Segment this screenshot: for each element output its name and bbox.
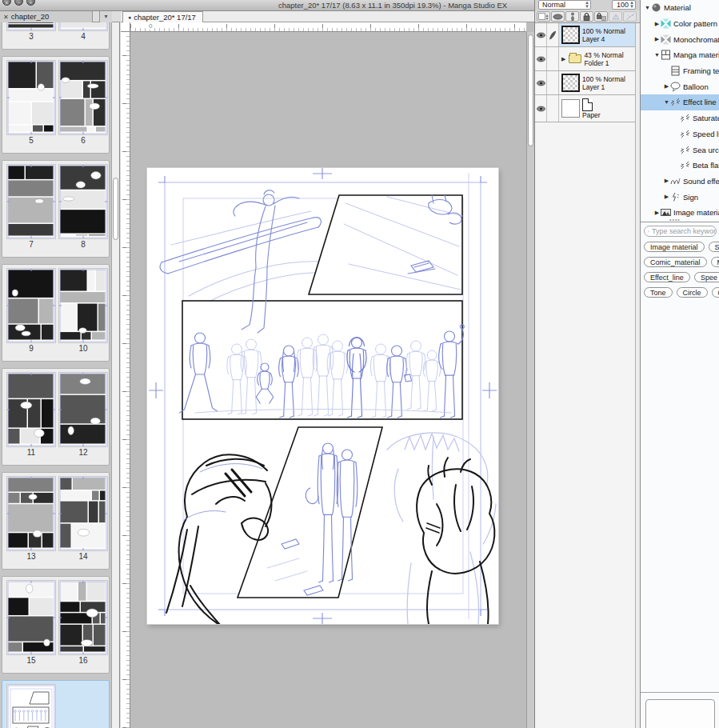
collapse-triangle-icon[interactable]: ▼ [644, 5, 651, 10]
layer-editing-pen-icon[interactable] [547, 23, 559, 46]
zoom-button[interactable]: + [26, 0, 35, 6]
lock-layer-button[interactable] [580, 11, 593, 22]
layer-thumbnail[interactable] [561, 74, 580, 92]
material-tree-item-material[interactable]: ▼Material [641, 0, 719, 16]
material-search-box[interactable] [644, 226, 717, 237]
canvas-area: ●chapter_20* 17/17 0 [121, 11, 534, 728]
material-tree-item-sign[interactable]: ▶Sign [641, 189, 719, 205]
tag-button-60[interactable]: 60 [712, 287, 719, 298]
tab-close-icon[interactable]: ✕ [3, 14, 9, 21]
document-tab[interactable]: ●chapter_20* 17/17 [122, 11, 203, 22]
page-thumbnail-6[interactable] [59, 61, 107, 134]
close-button[interactable]: ✕ [2, 0, 11, 6]
disabled-a-button[interactable] [609, 11, 622, 22]
layer-visibility-eye-icon[interactable] [535, 47, 547, 70]
page-thumbnail-16[interactable] [59, 581, 107, 654]
material-tree-item-saturated-line[interactable]: Saturated line [641, 110, 719, 126]
layer-pen-cell[interactable] [547, 71, 559, 94]
layer-pen-cell[interactable] [547, 95, 559, 122]
expand-triangle-icon[interactable]: ▶ [663, 178, 670, 184]
layer-row-paper[interactable]: Paper [535, 95, 635, 122]
sign-icon [670, 192, 681, 202]
page-thumbnail-5[interactable] [7, 61, 55, 134]
layer-pen-cell[interactable] [547, 47, 559, 70]
tag-button-circle[interactable]: Circle [677, 287, 708, 298]
sidebar-scrollbar-thumb[interactable] [113, 178, 118, 240]
blend-mode-select[interactable]: Normal ▲▼ [538, 0, 591, 10]
canvas-scrollbar-thumb[interactable] [528, 34, 533, 146]
ruler-origin-label: 0 [148, 22, 153, 30]
layer-visibility-eye-icon[interactable] [535, 23, 547, 46]
material-tree-item-speed-line[interactable]: Speed line [641, 126, 719, 142]
tag-button-m[interactable]: M [711, 257, 719, 267]
expand-triangle-icon[interactable]: ▶ [653, 210, 661, 216]
page-thumbnail-13[interactable] [7, 477, 55, 550]
page-thumbnail-11[interactable] [7, 373, 55, 446]
canvas-vertical-scrollbar[interactable] [526, 32, 534, 728]
layer-opacity-field[interactable]: 100 ▲▼ [612, 0, 636, 10]
mask-person-button[interactable] [565, 11, 579, 22]
material-tree-item-sea-urchin[interactable]: Sea urchin [641, 142, 719, 158]
sidebar-scrollbar[interactable] [111, 22, 119, 728]
page-thumbnail-10[interactable] [59, 269, 107, 342]
page-thumbnail-8[interactable] [59, 165, 107, 238]
minimize-button[interactable]: − [14, 0, 23, 6]
stepper-icon[interactable]: ▲▼ [629, 1, 634, 9]
layer-row-content[interactable]: 100 % NormalLayer 4 [559, 23, 635, 46]
tag-button-tone[interactable]: Tone [644, 287, 673, 298]
threshold-stepper-button[interactable]: ▲▼ [537, 11, 550, 22]
page-thumbnail-17[interactable] [7, 685, 55, 728]
layer-row-content[interactable]: ▶43 % NormalFolder 1 [559, 47, 635, 70]
canvas-viewport[interactable] [130, 32, 526, 728]
tag-button-effect-line[interactable]: Effect_line [644, 272, 690, 282]
layer-row-layer-1[interactable]: 100 % NormalLayer 1 [535, 71, 635, 95]
lock-transparency-button[interactable] [594, 11, 608, 22]
folder-icon[interactable] [569, 54, 581, 63]
collapse-triangle-icon[interactable]: ▼ [653, 52, 661, 58]
layer-row-folder-1[interactable]: ▶43 % NormalFolder 1 [535, 47, 635, 71]
page-number-label: 11 [7, 448, 55, 457]
manga-page-canvas[interactable] [147, 168, 498, 624]
page-thumbnail-12[interactable] [59, 373, 107, 446]
expand-triangle-icon[interactable]: ▶ [663, 83, 670, 90]
page-thumbnail-15[interactable] [7, 581, 55, 654]
layer-thumbnail[interactable] [561, 26, 580, 44]
material-tree-item-balloon[interactable]: ▶Balloon [641, 78, 719, 94]
collapse-triangle-icon[interactable]: ▼ [663, 99, 670, 105]
disabled-b-button[interactable] [623, 11, 637, 22]
tag-button-image-material[interactable]: Image material [644, 242, 705, 252]
layer-row-content[interactable]: Paper [559, 95, 635, 122]
tag-button-sa[interactable]: Sa [709, 242, 719, 252]
expand-triangle-icon[interactable]: ▶ [653, 21, 661, 27]
sidebar-tab-chapter[interactable]: ✕chapter_20 [0, 11, 93, 22]
tag-button-comic-material[interactable]: Comic_material [644, 257, 707, 267]
tag-button-spee[interactable]: Spee [694, 272, 719, 282]
page-thumbnail-14[interactable] [59, 477, 107, 550]
layer-visibility-eye-icon[interactable] [535, 71, 547, 94]
folder-expander-icon[interactable]: ▶ [561, 56, 565, 62]
modified-dot-icon: ● [128, 14, 131, 20]
material-tree-item-color-pattern[interactable]: ▶Color pattern [641, 16, 719, 32]
material-tree-item-beta-flash[interactable]: Beta flash [641, 158, 719, 174]
layer-row-layer-4[interactable]: 100 % NormalLayer 4 [535, 23, 635, 47]
page-thumbnail-3[interactable] [7, 22, 55, 30]
search-input[interactable] [652, 227, 716, 235]
material-tree-item-sound-effect[interactable]: ▶Sound effect [641, 174, 719, 190]
layer-row-content[interactable]: 100 % NormalLayer 1 [559, 71, 635, 94]
page-number-label: 15 [7, 656, 55, 665]
material-tree-label: Manga material [673, 50, 719, 59]
layer-visibility-eye-icon[interactable] [535, 95, 547, 122]
paper-thumbnail[interactable] [561, 99, 580, 118]
expand-triangle-icon[interactable]: ▶ [653, 36, 661, 42]
material-tree-item-effect-line[interactable]: ▼Effect line [641, 94, 719, 110]
material-tree-item-monochromatic[interactable]: ▶Monochromatic [641, 31, 719, 47]
material-tree-item-manga-material[interactable]: ▼Manga material [641, 47, 719, 63]
page-thumbnail-9[interactable] [7, 269, 55, 342]
eye-mode-button[interactable] [551, 11, 565, 22]
expand-triangle-icon[interactable]: ▶ [663, 194, 670, 200]
material-tree-item-framing-template[interactable]: Framing template [641, 63, 719, 79]
page-thumbnail-4[interactable] [59, 22, 107, 30]
sidebar-tab-menu-button[interactable]: ▾ [99, 11, 112, 22]
panel-divider [641, 222, 719, 222]
page-thumbnail-7[interactable] [7, 165, 55, 238]
